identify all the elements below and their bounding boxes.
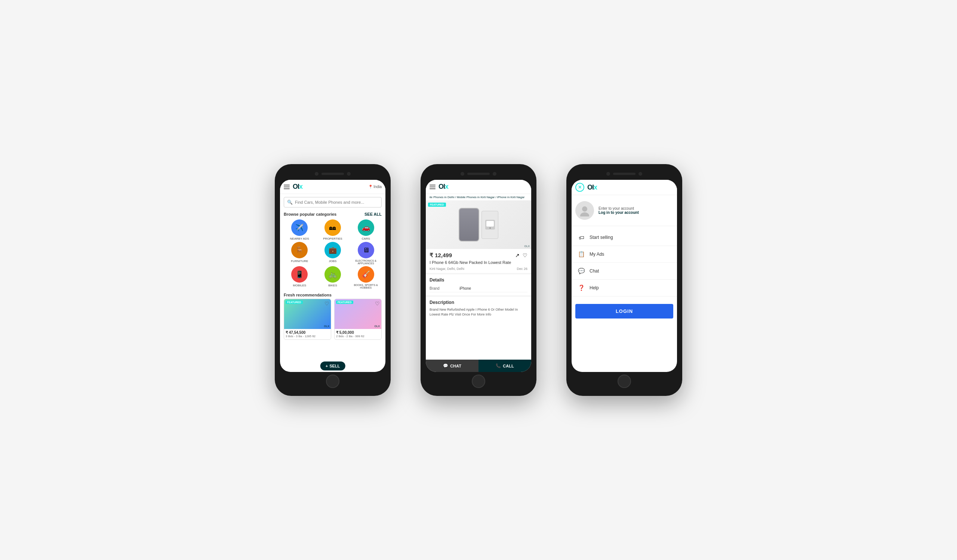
cars-icon: 🚗	[358, 219, 374, 236]
chat-menu-label: Chat	[589, 268, 599, 274]
share-icon[interactable]: ↗	[515, 252, 520, 258]
phone-1-top-bar	[280, 169, 385, 178]
iphone-front	[459, 208, 479, 241]
books-icon: 🎸	[358, 266, 374, 282]
cat-electronics[interactable]: 🖥 ELECTRONICS & APPLIANCES	[350, 242, 382, 265]
card-1-desc: 3 Bds - 3 Ba - 1285 ft2	[286, 334, 329, 338]
menu-item-start-selling[interactable]: 🏷 Start selling	[572, 229, 677, 246]
chat-icon: 💬	[443, 363, 448, 368]
profile-text: Enter to your account Log in to your acc…	[599, 207, 639, 215]
electronics-label: ELECTRONICS & APPLIANCES	[350, 259, 382, 265]
p1-app-header: OIx 📍 India	[280, 180, 385, 194]
price-actions: ↗ ♡	[515, 252, 527, 258]
user-avatar	[575, 201, 594, 220]
camera-dot-2	[347, 172, 351, 176]
cat-mobiles[interactable]: 📱 MOBILES	[284, 266, 316, 289]
product-card-1[interactable]: FEATURED ♡ OLX ₹ 47,54,500 3 Bds - 3 Ba …	[284, 299, 331, 340]
my-ads-icon: 📋	[578, 251, 585, 258]
chat-menu-icon: 💬	[578, 267, 585, 275]
furniture-icon: 🪑	[291, 242, 308, 258]
phone-3-bottom-bar	[572, 372, 677, 391]
card-2-desc: 2 Bds - 2 Ba - 999 ft2	[336, 334, 380, 338]
menu-item-chat[interactable]: 💬 Chat	[572, 263, 677, 280]
home-button-1[interactable]	[326, 375, 340, 388]
bikes-icon: 🚲	[324, 266, 341, 282]
product-price: ₹ 12,499	[430, 252, 452, 259]
location-date-row: Kirti Nagar, Delhi, Delhi Dec 26	[426, 267, 531, 273]
call-icon: 📞	[496, 363, 501, 368]
nearby-ads-icon: ✈️	[291, 219, 308, 236]
brand-row: Brand iPhone	[430, 285, 527, 292]
heart-icon-2[interactable]: ♡	[375, 301, 380, 306]
card-1-image: FEATURED ♡ OLX	[284, 299, 331, 329]
olx-logo-2: OIx	[439, 183, 448, 191]
cat-jobs[interactable]: 💼 JOBS	[317, 242, 349, 265]
iphone-screen	[460, 208, 478, 241]
categories-grid: ✈️ NEARBY ADS 🏘 PROPERTIES 🚗 CARS 🪑 FURN…	[280, 218, 385, 290]
p1-header-left: OIx	[284, 183, 302, 191]
sell-icon: +	[325, 364, 328, 368]
phone-1: OIx 📍 India 🔍 Browse popular categories …	[275, 164, 391, 396]
chat-button[interactable]: 💬 CHAT	[426, 360, 478, 372]
start-selling-label: Start selling	[589, 235, 613, 240]
brand-key: Brand	[430, 286, 460, 290]
product-image-area: FEATURED OLX	[426, 200, 531, 249]
camera-dot-3	[461, 172, 464, 176]
wishlist-icon[interactable]: ♡	[523, 252, 527, 258]
cars-label: CARS	[362, 237, 370, 240]
location-pin-icon: 📍	[368, 185, 373, 189]
olx-watermark-2: OLX	[374, 325, 380, 328]
camera-dot	[315, 172, 319, 176]
olx-watermark-1: OLX	[324, 325, 329, 328]
login-link[interactable]: Log in to your account	[599, 210, 639, 215]
cat-bikes[interactable]: 🚲 BIKES	[317, 266, 349, 289]
menu-item-help[interactable]: ❓ Help	[572, 280, 677, 297]
cat-nearby-ads[interactable]: ✈️ NEARBY ADS	[284, 219, 316, 240]
action-bar: 💬 CHAT 📞 CALL	[426, 360, 531, 372]
product-location: Kirti Nagar, Delhi, Delhi	[430, 267, 464, 271]
camera-dot-6	[638, 172, 642, 176]
svg-point-2	[490, 227, 491, 229]
jobs-label: JOBS	[329, 259, 337, 263]
hamburger-menu[interactable]	[284, 185, 290, 189]
home-button-2[interactable]	[472, 375, 485, 388]
olx-logo-3: OIx	[587, 183, 597, 191]
p1-search-bar[interactable]: 🔍	[284, 197, 382, 207]
p3-app-header: ✕ OIx	[572, 180, 677, 195]
electronics-icon: 🖥	[358, 242, 374, 258]
mobiles-icon: 📱	[291, 266, 308, 282]
call-button[interactable]: 📞 CALL	[478, 360, 531, 372]
cat-properties[interactable]: 🏘 PROPERTIES	[317, 219, 349, 240]
p1-location[interactable]: 📍 India	[368, 185, 382, 189]
description-section: Description Brand New Refurbished Apple …	[426, 295, 531, 320]
card-2-image: FEATURED ♡ OLX	[335, 299, 381, 329]
camera-dot-5	[606, 172, 610, 176]
search-input[interactable]	[295, 200, 378, 205]
heart-icon-1[interactable]: ♡	[324, 301, 329, 306]
product-title: I Phone 6 64Gb New Packed In Lowest Rate	[426, 260, 531, 267]
bikes-label: BIKES	[328, 284, 337, 287]
home-button-3[interactable]	[617, 375, 631, 388]
start-selling-icon: 🏷	[578, 233, 585, 241]
desc-title: Description	[430, 300, 527, 305]
phone-1-screen: OIx 📍 India 🔍 Browse popular categories …	[280, 180, 385, 372]
close-button[interactable]: ✕	[575, 183, 584, 192]
cat-cars[interactable]: 🚗 CARS	[350, 219, 382, 240]
product-cards: FEATURED ♡ OLX ₹ 47,54,500 3 Bds - 3 Ba …	[280, 299, 385, 340]
speaker	[322, 173, 344, 175]
menu-item-my-ads[interactable]: 📋 My Ads	[572, 246, 677, 263]
cat-furniture[interactable]: 🪑 FURNITURE	[284, 242, 316, 265]
breadcrumb: ile Phones in Delhi / Mobile Phones in K…	[426, 194, 531, 200]
cat-books[interactable]: 🎸 BOOKS, SPORTS & HOBBIES	[350, 266, 382, 289]
card-2-info: ₹ 5,00,000 2 Bds - 2 Ba - 999 ft2	[335, 329, 381, 339]
details-title: Details	[430, 278, 527, 282]
product-card-2[interactable]: FEATURED ♡ OLX ₹ 5,00,000 2 Bds - 2 Ba -…	[334, 299, 382, 340]
featured-badge-2: FEATURED	[336, 301, 353, 304]
login-button[interactable]: LOGIN	[575, 304, 673, 319]
side-menu: 🏷 Start selling 📋 My Ads 💬 Chat ❓ Help	[572, 226, 677, 300]
phone-2-top-bar	[426, 169, 531, 178]
sell-button[interactable]: + SELL	[321, 361, 346, 371]
hamburger-menu-2[interactable]	[430, 185, 436, 189]
my-ads-label: My Ads	[589, 252, 604, 257]
see-all-link[interactable]: SEE ALL	[365, 212, 382, 216]
